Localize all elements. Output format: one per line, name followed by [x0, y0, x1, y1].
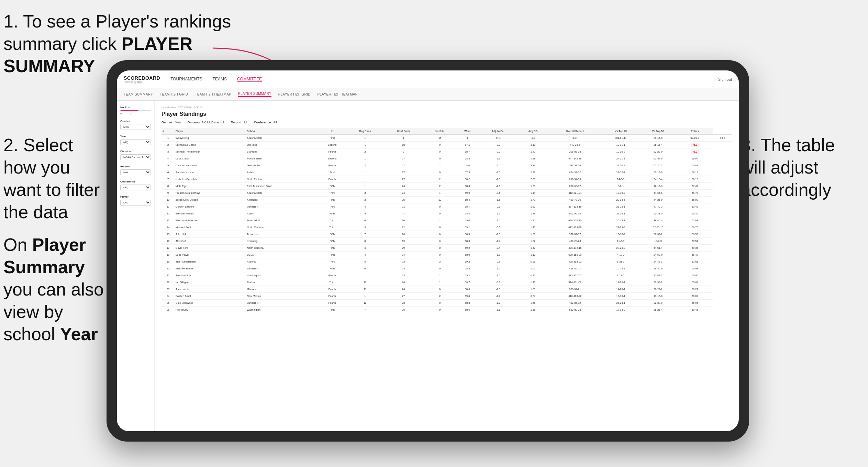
- tablet-screen: SCOREBOARD Powered by dippi TOURNAMENTS …: [117, 70, 739, 431]
- table-row: 16Alex GoffKentuckyFifth819068.3-1.71.92…: [162, 238, 732, 245]
- table-row: 14Maxwell FordNorth CarolinaThird322069.…: [162, 224, 732, 231]
- table-row: 24Bastien AmatNew MexicoFourth127269.4-1…: [162, 293, 732, 300]
- update-time: Update time: 27/03/2024 16:56:26: [162, 106, 732, 109]
- table-row: 3Michael ThorbjornsenStanfordFourth22068…: [162, 148, 732, 155]
- table-row: 23Jack LundinMissouriFourth1124068.6-2.3…: [162, 286, 732, 293]
- table-row: 19Tiger ChristensenArizonaThird523269.2-…: [162, 258, 732, 265]
- sub-nav-team-summary[interactable]: TEAM SUMMARY: [124, 92, 153, 96]
- col-vs-top50: Vs Top 50: [639, 128, 677, 134]
- col-rank: #: [162, 128, 175, 134]
- sub-nav-player-h2h-heatmap[interactable]: PLAYER H2H HEATMAP: [318, 92, 358, 96]
- player-standings-table: # Player School Yr Reg Rank Conf Rank No…: [162, 128, 732, 313]
- table-row: 6Jackson KoivunAuburnFirst127067.3-2.02.…: [162, 169, 732, 176]
- nav-teams[interactable]: TEAMS: [213, 77, 227, 82]
- col-points: Points: [677, 128, 713, 134]
- filter-player: Player (All): [120, 195, 151, 205]
- col-avg-sg: Avg SG: [518, 128, 548, 134]
- main-content: No Rds. 0 ——— 5 Gender Men Year (All): [117, 101, 739, 431]
- table-row: 11Gordon SargentVanderbiltThird421068.7-…: [162, 203, 732, 210]
- col-yr: Yr: [318, 128, 346, 134]
- col-adj-to-par: Adj. to Par: [478, 128, 518, 134]
- table-row: 25Cole SherwoodVanderbiltFourth1223068.3…: [162, 300, 732, 307]
- instruction-step3: 3. The table will adjust accordingly: [741, 134, 858, 201]
- col-wins: Wins: [456, 128, 478, 134]
- table-row: 15Jake HallTennesseeFifth718068.5-1.51.6…: [162, 231, 732, 238]
- table-row: 8Mats EgeEast Tennessee StateFifth124268…: [162, 183, 732, 190]
- table-row: 2Michael Le SassoOle MissSecond118067.1-…: [162, 142, 732, 148]
- year-select[interactable]: (All): [120, 139, 151, 145]
- col-reg-rank: Reg Rank: [346, 128, 383, 134]
- gender-filter-display: Gender: Men: [162, 121, 181, 124]
- player-select[interactable]: (All): [120, 200, 151, 205]
- instruction-step2: 2. Select how you want to filter the dat…: [3, 134, 107, 223]
- sub-navigation: TEAM SUMMARY TEAM H2H GRID TEAM H2H HEAT…: [117, 88, 739, 101]
- sub-nav-player-summary[interactable]: PLAYER SUMMARY: [238, 92, 271, 97]
- filter-no-rds: No Rds. 0 ——— 5: [120, 106, 151, 115]
- nav-committee[interactable]: COMMITTEE: [237, 77, 262, 82]
- filters-display-row: Gender: Men Division: NCAA Division I Re…: [162, 121, 732, 124]
- tablet-device: SCOREBOARD Powered by dippi TOURNAMENTS …: [107, 60, 749, 442]
- table-row: 22Ian GilliganFloridaThird1024168.7-0.81…: [162, 279, 732, 286]
- logo-subtitle: Powered by dippi: [124, 81, 160, 83]
- sign-out-link[interactable]: Sign out: [718, 77, 732, 81]
- col-conf-rank: Conf Rank: [383, 128, 423, 134]
- col-vs-top25: Vs Top 25: [602, 128, 639, 134]
- region-select[interactable]: N/A: [120, 169, 151, 175]
- filter-gender: Gender Men: [120, 120, 151, 130]
- no-rds-label: No Rds.: [120, 106, 151, 109]
- conference-label: Conference: [120, 180, 151, 183]
- table-row: 5Christo LamprechtGeorgia TechFourth2212…: [162, 162, 732, 169]
- table-row: 7Nicholas GabrelcikNorth FloridaFourth12…: [162, 176, 732, 183]
- sub-nav-team-h2h-grid[interactable]: TEAM H2H GRID: [160, 92, 188, 96]
- table-row: 4Luke ClatonFlorida StateSecond127068.2-…: [162, 155, 732, 162]
- nav-right: | Sign out: [714, 77, 732, 81]
- table-row: 26Petr HrubyWashingtonFifth725068.6-1.61…: [162, 307, 732, 313]
- sub-nav-player-h2h-grid[interactable]: PLAYER H2H GRID: [278, 92, 311, 96]
- gender-select[interactable]: Men: [120, 124, 151, 130]
- no-rds-slider[interactable]: [120, 110, 151, 111]
- filter-division: Division NCAA Division I: [120, 150, 151, 160]
- filter-region: Region N/A: [120, 165, 151, 175]
- division-select[interactable]: NCAA Division I: [120, 154, 151, 160]
- year-label: Year: [120, 135, 151, 138]
- col-no-rds: No. Rds.: [423, 128, 457, 134]
- division-label: Division: [120, 150, 151, 153]
- region-filter-display: Region: All: [231, 121, 247, 124]
- no-rds-range: 0 ——— 5: [120, 112, 151, 115]
- player-label: Player: [120, 195, 151, 198]
- table-row: 10Jacob Skov OlesenArkansasFifth2251068.…: [162, 197, 732, 203]
- table-row: 18Luke PowellUCLAFirst424068.0-1.81.1350…: [162, 252, 732, 258]
- nav-tournaments[interactable]: TOURNAMENTS: [170, 77, 202, 82]
- col-player: Player: [175, 128, 246, 134]
- region-label: Region: [120, 165, 151, 168]
- table-row: 13Phichaksn MaichonTexas A&MThird630169.…: [162, 217, 732, 224]
- table-row: 17David FordNorth CarolinaFifth429069.2-…: [162, 245, 732, 252]
- table-row: 20Matthew RiedelVanderbiltFifth625068.5-…: [162, 265, 732, 272]
- nav-separator: |: [714, 77, 715, 81]
- gender-label: Gender: [120, 120, 151, 123]
- logo-text: SCOREBOARD: [124, 75, 160, 81]
- conference-select[interactable]: (All): [120, 185, 151, 190]
- filter-conference: Conference (All): [120, 180, 151, 190]
- logo-area: SCOREBOARD Powered by dippi: [124, 75, 160, 83]
- sidebar-filters: No Rds. 0 ——— 5 Gender Men Year (All): [117, 101, 155, 431]
- table-row: 21Taehonn SongWashingtonFourth123169.2-1…: [162, 272, 732, 279]
- nav-links: TOURNAMENTS TEAMS COMMITTEE: [170, 77, 714, 82]
- table-header-row: # Player School Yr Reg Rank Conf Rank No…: [162, 128, 732, 134]
- section-title: Player Standings: [162, 111, 732, 117]
- table-area: Update time: 27/03/2024 16:56:26 Player …: [155, 101, 739, 431]
- col-overall-record: Overall Record: [548, 128, 602, 134]
- table-row: 9Preston SummerhaysArizona StateThird324…: [162, 190, 732, 197]
- filter-year: Year (All): [120, 135, 151, 145]
- top-navigation: SCOREBOARD Powered by dippi TOURNAMENTS …: [117, 70, 739, 88]
- conference-filter-display: Conference: All: [254, 121, 277, 124]
- col-school: School: [246, 128, 318, 134]
- table-row: 1Wenyi DingArizona StateFirst1115167.1-3…: [162, 134, 732, 142]
- sub-nav-team-h2h-heatmap[interactable]: TEAM H2H HEATMAP: [195, 92, 231, 96]
- instruction-bottom-note: On Player Summary you can also view by s…: [3, 234, 113, 345]
- table-row: 12Brendan ValdesAuburnFifth527068.4-1.11…: [162, 210, 732, 217]
- division-filter-display: Division: NCAA Division I: [188, 121, 224, 124]
